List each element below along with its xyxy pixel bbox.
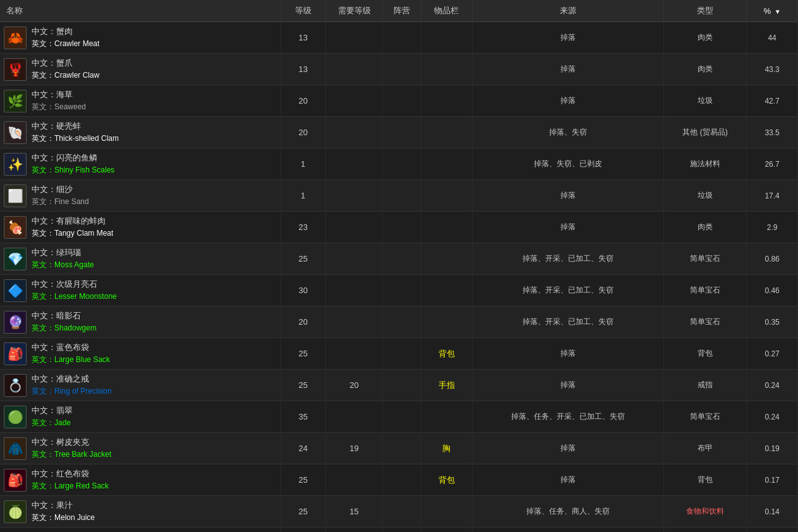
item-faction bbox=[383, 464, 421, 496]
item-faction bbox=[383, 54, 421, 85]
item-slot bbox=[421, 275, 473, 306]
item-pct: 0.24 bbox=[747, 401, 798, 433]
table-row[interactable]: 💍中文：准确之戒英文：Ring of Precision2520手指掉落戒指0.… bbox=[0, 370, 798, 401]
item-row-content: 🟢中文：翡翠英文：Jade bbox=[4, 405, 277, 428]
item-name-cell: 🔷中文：次级月亮石英文：Lesser Moonstone bbox=[0, 275, 281, 306]
item-slot bbox=[421, 243, 473, 275]
col-header-name[interactable]: 名称 bbox=[0, 0, 281, 22]
item-name-cell: 🍈中文：果汁英文：Melon Juice bbox=[0, 496, 281, 528]
item-name-en: 英文：Tangy Clam Meat bbox=[32, 228, 113, 239]
item-name-cell: 🦀中文：蟹肉英文：Crawler Meat bbox=[0, 22, 281, 54]
item-pct: 43.3 bbox=[747, 54, 798, 85]
item-req-level: 20 bbox=[325, 370, 383, 401]
item-type: 食物和饮料 bbox=[663, 496, 746, 528]
item-source: 掉落 bbox=[472, 85, 663, 117]
item-row-content: 🦞中文：蟹爪英文：Crawler Claw bbox=[4, 57, 277, 81]
item-icon: 🟢 bbox=[4, 406, 27, 428]
item-icon: 🍖 bbox=[4, 216, 27, 239]
item-faction bbox=[383, 338, 421, 370]
item-slot bbox=[421, 306, 473, 338]
item-name-en: 英文：Crawler Claw bbox=[32, 70, 99, 81]
col-header-type[interactable]: 类型 bbox=[663, 0, 746, 22]
item-req-level bbox=[325, 180, 383, 212]
item-type: 施法材料 bbox=[663, 148, 746, 180]
item-name-cell: 🍖中文：有腥味的蚌肉英文：Tangy Clam Meat bbox=[0, 212, 281, 243]
item-pct: 2.9 bbox=[747, 212, 798, 243]
item-faction bbox=[383, 528, 421, 533]
item-icon: 💍 bbox=[4, 374, 27, 397]
col-header-pct[interactable]: % ▼ bbox=[747, 0, 798, 22]
table-row[interactable]: 🦞中文：蟹爪英文：Crawler Claw13掉落肉类43.3 bbox=[0, 54, 798, 85]
table-row[interactable]: 💎中文：绿玛瑙英文：Moss Agate25掉落、开采、已加工、失窃简单宝石0.… bbox=[0, 243, 798, 275]
item-name-zh: 中文：硬壳蚌 bbox=[32, 121, 119, 132]
item-row-content: 🍈中文：果汁英文：Melon Juice bbox=[4, 500, 277, 523]
table-row[interactable]: 🔮中文：暗影石英文：Shadowgem20掉落、开采、已加工、失窃简单宝石0.3… bbox=[0, 306, 798, 338]
table-row[interactable]: ✨中文：闪亮的鱼鳞英文：Shiny Fish Scales1掉落、失窃、已剥皮施… bbox=[0, 148, 798, 180]
item-icon: 🍈 bbox=[4, 500, 27, 523]
item-name-cell: 🧥中文：树皮夹克英文：Tree Bark Jacket bbox=[0, 433, 281, 464]
table-row[interactable]: ⬜中文：细沙英文：Fine Sand1掉落垃圾17.4 bbox=[0, 180, 798, 212]
col-header-level[interactable]: 等级 bbox=[281, 0, 325, 22]
item-slot: 胸 bbox=[421, 433, 473, 464]
col-header-req-level[interactable]: 需要等级 bbox=[325, 0, 383, 22]
item-name-cell: ⬜中文：细沙英文：Fine Sand bbox=[0, 180, 281, 212]
table-row[interactable]: 🧥中文：树皮夹克英文：Tree Bark Jacket2419胸掉落布甲0.19 bbox=[0, 433, 798, 464]
item-icon: ⬜ bbox=[4, 184, 27, 207]
item-icon: 🧥 bbox=[4, 437, 27, 460]
col-header-faction[interactable]: 阵营 bbox=[383, 0, 421, 22]
item-level: 35 bbox=[281, 401, 325, 433]
item-level: 1 bbox=[281, 148, 325, 180]
item-name-en: 英文：Ring of Precision bbox=[32, 386, 112, 397]
item-level: 25 bbox=[281, 496, 325, 528]
item-names-block: 中文：细沙英文：Fine Sand bbox=[32, 184, 89, 207]
item-pct: 0.86 bbox=[747, 243, 798, 275]
item-name-cell: 🐚中文：硬壳蚌英文：Thick-shelled Clam bbox=[0, 117, 281, 148]
item-source: 掉落 bbox=[472, 433, 663, 464]
table-row[interactable]: 🍈中文：果汁英文：Melon Juice2515掉落、任务、商人、失窃食物和饮料… bbox=[0, 496, 798, 528]
item-icon: 🔷 bbox=[4, 279, 27, 302]
col-header-source[interactable]: 来源 bbox=[472, 0, 663, 22]
item-type: 简单宝石 bbox=[663, 306, 746, 338]
item-name-zh: 中文：蟹爪 bbox=[32, 57, 99, 69]
item-type: 简单宝石 bbox=[663, 243, 746, 275]
item-req-level bbox=[325, 117, 383, 148]
item-level: 1 bbox=[281, 180, 325, 212]
item-slot bbox=[421, 401, 473, 433]
item-level: 23 bbox=[281, 212, 325, 243]
table-row[interactable]: 🟢中文：翡翠英文：Jade35掉落、任务、开采、已加工、失窃简单宝石0.24 bbox=[0, 401, 798, 433]
item-pct: 42.7 bbox=[747, 85, 798, 117]
table-row[interactable]: 🎒中文：蓝色布袋英文：Large Blue Sack25背包掉落背包0.27 bbox=[0, 338, 798, 370]
item-level: 13 bbox=[281, 22, 325, 54]
item-name-cell: 🏹中文：粗劣的弯弓英文：Mishandled Recurve Bow bbox=[0, 528, 281, 533]
item-name-cell: ✨中文：闪亮的鱼鳞英文：Shiny Fish Scales bbox=[0, 148, 281, 180]
table-row[interactable]: 🎒中文：红色布袋英文：Large Red Sack25背包掉落背包0.17 bbox=[0, 464, 798, 496]
table-row[interactable]: 🐚中文：硬壳蚌英文：Thick-shelled Clam20掉落、失窃其他 (贸… bbox=[0, 117, 798, 148]
item-name-en: 英文：Lesser Moonstone bbox=[32, 291, 117, 302]
item-source: 掉落 bbox=[472, 528, 663, 533]
item-level: 20 bbox=[281, 85, 325, 117]
item-pct: 0.27 bbox=[747, 338, 798, 370]
item-name-en: 英文：Tree Bark Jacket bbox=[32, 449, 111, 460]
item-source: 掉落 bbox=[472, 338, 663, 370]
table-row[interactable]: 🔷中文：次级月亮石英文：Lesser Moonstone30掉落、开采、已加工、… bbox=[0, 275, 798, 306]
item-level: 25 bbox=[281, 243, 325, 275]
item-row-content: 🧥中文：树皮夹克英文：Tree Bark Jacket bbox=[4, 437, 277, 460]
table-row[interactable]: 🌿中文：海草英文：Seaweed20掉落垃圾42.7 bbox=[0, 85, 798, 117]
item-names-block: 中文：海草英文：Seaweed bbox=[32, 89, 86, 112]
item-icon: 💎 bbox=[4, 248, 27, 270]
table-row[interactable]: 🦀中文：蟹肉英文：Crawler Meat13掉落肉类44 bbox=[0, 22, 798, 54]
item-source: 掉落 bbox=[472, 370, 663, 401]
item-level: 24 bbox=[281, 528, 325, 533]
item-name-en: 英文：Fine Sand bbox=[32, 196, 89, 207]
table-row[interactable]: 🏹中文：粗劣的弯弓英文：Mishandled Recurve Bow2419远程… bbox=[0, 528, 798, 533]
item-names-block: 中文：次级月亮石英文：Lesser Moonstone bbox=[32, 279, 117, 302]
item-pct: 33.5 bbox=[747, 117, 798, 148]
item-slot bbox=[421, 85, 473, 117]
item-level: 13 bbox=[281, 54, 325, 85]
col-header-slot[interactable]: 物品栏 bbox=[421, 0, 473, 22]
item-slot: 背包 bbox=[421, 464, 473, 496]
item-icon: 🌿 bbox=[4, 90, 27, 112]
item-req-level bbox=[325, 464, 383, 496]
table-row[interactable]: 🍖中文：有腥味的蚌肉英文：Tangy Clam Meat23掉落肉类2.9 bbox=[0, 212, 798, 243]
item-name-zh: 中文：翡翠 bbox=[32, 405, 73, 416]
